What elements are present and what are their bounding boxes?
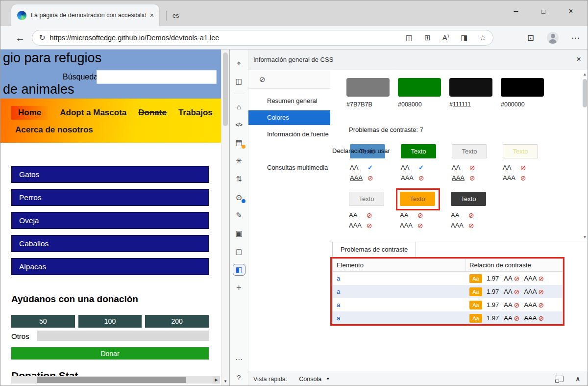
vertical-scrollbar[interactable]: ▼: [221, 50, 229, 386]
more-menu-icon[interactable]: ⋯: [571, 33, 580, 43]
amount-button-50[interactable]: 50: [11, 315, 75, 328]
category-button-oveja[interactable]: Oveja: [11, 212, 209, 229]
vscroll-thumb[interactable]: [223, 52, 228, 126]
devtools-close-icon[interactable]: ×: [576, 54, 581, 64]
sidebar-item-2[interactable]: Información de fuente: [248, 127, 330, 142]
category-button-caballos[interactable]: Caballos: [11, 235, 209, 252]
nav-item-row2-0[interactable]: Acerca de nosotros: [15, 125, 93, 134]
device-emulation-icon[interactable]: ◫: [233, 76, 245, 87]
category-button-alpacas[interactable]: Alpacas: [11, 258, 209, 275]
nav-item-3[interactable]: Trabajos: [178, 108, 213, 118]
contrast-issues-tab[interactable]: Problemas de contraste: [332, 242, 416, 257]
debug-icon[interactable]: ✳: [233, 155, 245, 167]
donation-amount-buttons: 50100200: [11, 315, 209, 328]
network-icon[interactable]: ⇅: [233, 173, 245, 185]
color-swatch[interactable]: [449, 78, 492, 97]
elements-icon[interactable]: </>: [233, 119, 245, 130]
hints-icon[interactable]: ʘ: [233, 191, 245, 203]
contrast-issue-row: aAa1.97AA⊘AAA⊘: [333, 272, 563, 285]
category-button-perros[interactable]: Perros: [11, 189, 209, 206]
clear-overview-icon[interactable]: ⊘: [259, 75, 266, 84]
toolbar-right-icons: ⊡⋯: [527, 30, 580, 46]
nav-item-1[interactable]: Adopt a Mascota: [60, 108, 126, 118]
immersive-reader-icon[interactable]: ◨: [461, 33, 467, 42]
apps-grid-icon[interactable]: ⊞: [424, 33, 431, 42]
reload-icon[interactable]: ↻: [39, 33, 46, 42]
css-overview-icon[interactable]: ◧: [233, 264, 245, 276]
aa-label: AA: [400, 211, 417, 219]
sidebar-item-1[interactable]: Colores: [248, 110, 330, 125]
minimize-button[interactable]: –: [502, 0, 530, 22]
element-link[interactable]: a: [333, 314, 466, 322]
partial-tab-title[interactable]: es: [166, 11, 179, 21]
element-link[interactable]: a: [333, 301, 466, 309]
more-tools-icon[interactable]: ⋯: [233, 354, 245, 365]
close-button[interactable]: ×: [557, 0, 585, 22]
search-input[interactable]: [97, 70, 217, 84]
edit-tools-icon[interactable]: ✎: [233, 209, 245, 221]
vscroll-down-arrow-icon[interactable]: ▼: [221, 378, 229, 385]
nav-item-2[interactable]: Donate: [138, 108, 167, 118]
back-button[interactable]: ←: [13, 31, 27, 45]
help-icon[interactable]: ?: [233, 372, 245, 384]
horizontal-scrollbar[interactable]: ▶: [11, 376, 220, 384]
annotation-box-sample: [396, 188, 440, 210]
contrast-sample-button[interactable]: Texto: [503, 144, 538, 158]
contrast-issue-row: aAa1.97AA⊘AAA⊘: [333, 298, 563, 311]
color-swatch[interactable]: [501, 78, 544, 97]
fail-icon: ⊘: [538, 301, 544, 309]
inspect-icon[interactable]: ⌖: [233, 57, 245, 69]
aaa-level: AAA: [524, 301, 537, 309]
amount-button-100[interactable]: 100: [78, 315, 142, 328]
aa-label: AA: [401, 164, 418, 171]
swatch-hex-label: #008000: [398, 101, 441, 108]
home-icon[interactable]: ⌂: [233, 101, 245, 112]
element-link[interactable]: a: [333, 288, 466, 295]
donate-button[interactable]: Donar: [11, 347, 209, 360]
donation-heading: Ayúdanos con una donación: [11, 294, 138, 305]
fail-icon: ⊘: [367, 211, 375, 219]
color-swatch[interactable]: [346, 78, 390, 97]
expand-drawer-icon[interactable]: ∧: [575, 375, 580, 383]
open-panel-icon[interactable]: [556, 376, 564, 382]
color-swatch[interactable]: [398, 78, 441, 97]
element-link[interactable]: a: [333, 275, 466, 282]
search-label: Búsqueda: [63, 73, 98, 81]
devtools-scroll-down-icon[interactable]: ▼: [581, 234, 588, 241]
split-screen-icon[interactable]: ◫: [406, 33, 413, 42]
amount-button-200[interactable]: 200: [145, 315, 209, 328]
processor-icon[interactable]: ▣: [233, 228, 245, 239]
tab-close-icon[interactable]: ×: [148, 11, 155, 19]
maximize-button[interactable]: □: [530, 0, 557, 22]
fail-icon: ⊘: [514, 314, 520, 322]
devtools-scroll-up-icon[interactable]: ▲: [581, 71, 588, 78]
devtools-scrollbar[interactable]: ▲ ▼: [581, 71, 588, 241]
read-aloud-icon[interactable]: A⁾: [442, 33, 449, 42]
add-favorite-icon[interactable]: ☆: [480, 33, 486, 42]
otros-amount-input[interactable]: [37, 331, 209, 341]
profile-avatar[interactable]: [547, 32, 559, 44]
sidebar-item-0[interactable]: Resumen general: [248, 94, 330, 108]
collections-icon[interactable]: ⊡: [527, 33, 534, 43]
contrast-sample-button[interactable]: Texto: [451, 192, 486, 206]
console-icon[interactable]: ▤: [233, 137, 245, 149]
browser-tab[interactable]: La página de demostración con accesibili…: [11, 4, 159, 26]
hscroll-right-arrow-icon[interactable]: ▶: [213, 376, 220, 384]
category-button-gatos[interactable]: Gatos: [11, 166, 209, 183]
address-bar[interactable]: ↻ https://microsoftedge.github.io/Demos/…: [32, 30, 493, 46]
contrast-sample-button[interactable]: Texto: [349, 192, 384, 206]
hscroll-thumb[interactable]: [37, 377, 186, 383]
aaa-label: AAA: [503, 174, 520, 181]
sidebar-item-3[interactable]: Consultas multimedia: [248, 160, 330, 175]
contrast-color-swatch: Aa: [469, 287, 482, 296]
console-dropdown[interactable]: Consola ▼: [299, 376, 330, 383]
sidebar-toolbar: ⊘: [248, 70, 330, 89]
contrast-sample-button[interactable]: Texto: [452, 144, 487, 158]
devtools-scroll-thumb[interactable]: [583, 79, 587, 107]
add-panel-icon[interactable]: +: [233, 282, 245, 294]
contrast-sample-button[interactable]: Texto: [401, 144, 436, 158]
application-icon[interactable]: ▢: [233, 246, 245, 257]
devtools-sidebar: ⊘ Resumen generalColoresInformación de f…: [248, 70, 330, 371]
nav-item-0[interactable]: Home: [11, 106, 48, 120]
url-text[interactable]: https://microsoftedge.github.io/Demos/de…: [50, 34, 400, 42]
